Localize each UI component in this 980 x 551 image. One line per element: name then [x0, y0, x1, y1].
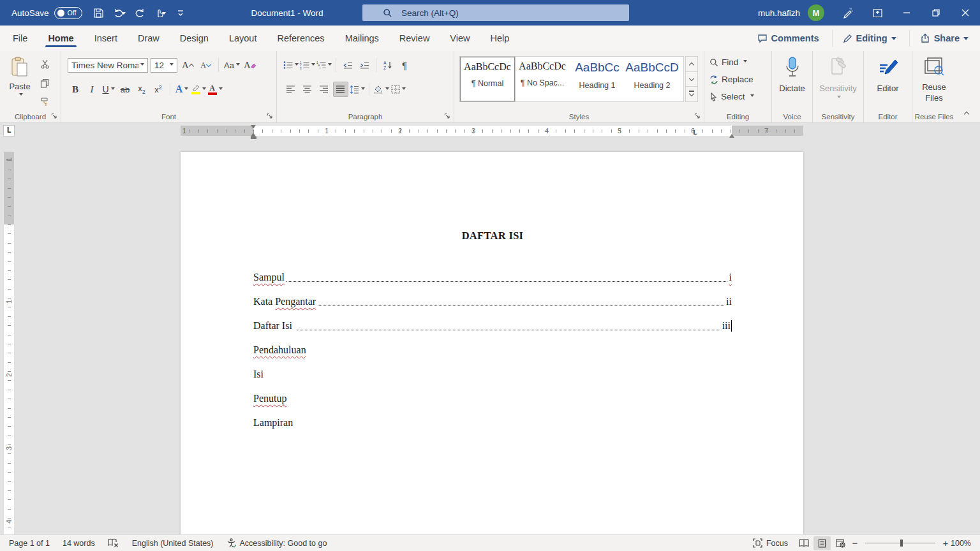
- user-name[interactable]: muh.hafizh: [758, 8, 800, 18]
- autosave-toggle[interactable]: Off: [54, 7, 82, 19]
- print-layout-button[interactable]: [813, 536, 831, 550]
- ribbon-tab[interactable]: File: [11, 26, 29, 51]
- restore-button[interactable]: [921, 0, 951, 26]
- web-layout-button[interactable]: [832, 536, 849, 550]
- zoom-out-button[interactable]: −: [850, 538, 860, 548]
- sensitivity-button[interactable]: Sensitivity: [813, 56, 863, 100]
- search-input[interactable]: Search (Alt+Q): [362, 4, 629, 21]
- redo-button[interactable]: [130, 3, 150, 22]
- show-hide-marks-button[interactable]: ¶: [397, 57, 412, 73]
- sort-button[interactable]: AZ: [380, 57, 396, 73]
- bullets-button[interactable]: [283, 57, 299, 73]
- proofing-status[interactable]: [101, 535, 126, 551]
- touch-mode-button[interactable]: [150, 3, 170, 22]
- tab-stop-marker[interactable]: L: [693, 129, 697, 136]
- ink-pen-button[interactable]: [833, 0, 863, 26]
- zoom-slider[interactable]: [865, 543, 935, 543]
- underline-button[interactable]: U: [101, 82, 116, 97]
- change-case-button[interactable]: Aa: [224, 57, 240, 73]
- strikethrough-button[interactable]: ab: [117, 82, 133, 97]
- ribbon-tab[interactable]: Help: [489, 26, 511, 51]
- bold-button[interactable]: B: [68, 82, 83, 97]
- ribbon-tab[interactable]: Mailings: [344, 26, 380, 51]
- document-page[interactable]: DAFTAR ISI Sampul i Kata Pengantar ii Da…: [181, 152, 803, 534]
- ribbon-tab[interactable]: Draw: [137, 26, 161, 51]
- subscript-button[interactable]: x2: [134, 82, 149, 97]
- collapse-ribbon-button[interactable]: [960, 107, 974, 119]
- ribbon-tab[interactable]: References: [276, 26, 325, 51]
- select-button[interactable]: Select: [709, 92, 754, 101]
- ribbon-tab[interactable]: Review: [398, 26, 431, 51]
- numbering-button[interactable]: 123: [300, 57, 315, 73]
- minimize-button[interactable]: [892, 0, 921, 26]
- editing-mode-button[interactable]: Editing: [832, 30, 907, 47]
- format-painter-button[interactable]: [37, 94, 52, 110]
- align-left-button[interactable]: [283, 82, 299, 97]
- vertical-ruler[interactable]: 11234: [4, 152, 14, 534]
- multilevel-list-button[interactable]: 1ai: [316, 57, 332, 73]
- editor-button[interactable]: Editor: [864, 56, 912, 94]
- share-button[interactable]: Share: [909, 30, 979, 47]
- increase-indent-button[interactable]: [357, 57, 372, 73]
- font-color-button[interactable]: A: [207, 82, 223, 97]
- right-indent-marker[interactable]: [729, 131, 734, 138]
- zoom-slider-thumb[interactable]: [900, 540, 903, 547]
- undo-button[interactable]: [109, 3, 130, 22]
- cut-button[interactable]: [37, 56, 52, 71]
- ribbon-tab[interactable]: Design: [179, 26, 210, 51]
- highlight-button[interactable]: [191, 82, 206, 97]
- comments-button[interactable]: Comments: [747, 30, 829, 47]
- justify-button[interactable]: [333, 82, 348, 97]
- clear-formatting-button[interactable]: A: [242, 57, 258, 73]
- avatar[interactable]: M: [808, 4, 824, 21]
- close-button[interactable]: [951, 0, 980, 26]
- reuse-files-button[interactable]: Reuse Files: [917, 56, 951, 104]
- font-name-combobox[interactable]: Times New Roma: [68, 58, 148, 73]
- shading-button[interactable]: [373, 82, 389, 97]
- ribbon-tab[interactable]: Layout: [228, 26, 258, 51]
- italic-button[interactable]: I: [84, 82, 100, 97]
- horizontal-ruler[interactable]: 11234567 L: [181, 126, 803, 136]
- tab-stop-selector[interactable]: L: [3, 125, 15, 136]
- paste-button[interactable]: Paste: [5, 56, 34, 111]
- align-center-button[interactable]: [300, 82, 315, 97]
- grow-font-button[interactable]: A: [180, 57, 195, 73]
- align-right-button[interactable]: [316, 82, 332, 97]
- ribbon-tab[interactable]: View: [449, 26, 471, 51]
- shrink-font-button[interactable]: A: [198, 57, 213, 73]
- zoom-in-button[interactable]: +: [940, 538, 951, 548]
- style-card[interactable]: AaBbCcDc ¶ Normal: [460, 57, 515, 101]
- word-count[interactable]: 14 words: [56, 535, 101, 551]
- style-card[interactable]: AaBbCcDc ¶ No Spac...: [515, 57, 570, 101]
- styles-scroll-down-button[interactable]: [685, 72, 698, 87]
- font-dialog-launcher[interactable]: [266, 112, 274, 120]
- ribbon-tab[interactable]: Insert: [93, 26, 119, 51]
- copy-button[interactable]: [37, 75, 52, 91]
- zoom-level[interactable]: 100%: [951, 539, 980, 548]
- ribbon-tab[interactable]: Home: [47, 26, 75, 51]
- style-card[interactable]: AaBbCc Heading 1: [570, 57, 625, 101]
- superscript-button[interactable]: x2: [151, 82, 166, 97]
- undo-dropdown-icon[interactable]: [122, 12, 126, 17]
- ribbon-display-options-button[interactable]: [863, 0, 892, 26]
- replace-button[interactable]: Replace: [709, 75, 754, 84]
- hanging-indent-marker[interactable]: [251, 130, 256, 139]
- touch-mode-dropdown-icon[interactable]: [162, 12, 166, 17]
- focus-mode-button[interactable]: Focus: [746, 535, 794, 551]
- qat-more-button[interactable]: [170, 3, 191, 22]
- style-card[interactable]: AaBbCcD Heading 2: [625, 57, 679, 101]
- accessibility-status[interactable]: Accessibility: Good to go: [220, 535, 334, 551]
- styles-dialog-launcher[interactable]: [694, 112, 701, 120]
- save-button[interactable]: [89, 3, 109, 22]
- paragraph-dialog-launcher[interactable]: [443, 112, 451, 120]
- clipboard-dialog-launcher[interactable]: [50, 112, 58, 120]
- find-button[interactable]: Find: [709, 57, 747, 67]
- borders-button[interactable]: [390, 82, 406, 97]
- line-spacing-button[interactable]: [350, 82, 365, 97]
- decrease-indent-button[interactable]: [340, 57, 355, 73]
- read-mode-button[interactable]: [795, 536, 812, 550]
- styles-more-button[interactable]: [685, 87, 698, 102]
- text-effects-button[interactable]: A: [174, 82, 189, 97]
- language-indicator[interactable]: English (United States): [126, 535, 220, 551]
- styles-scroll-up-button[interactable]: [685, 56, 698, 72]
